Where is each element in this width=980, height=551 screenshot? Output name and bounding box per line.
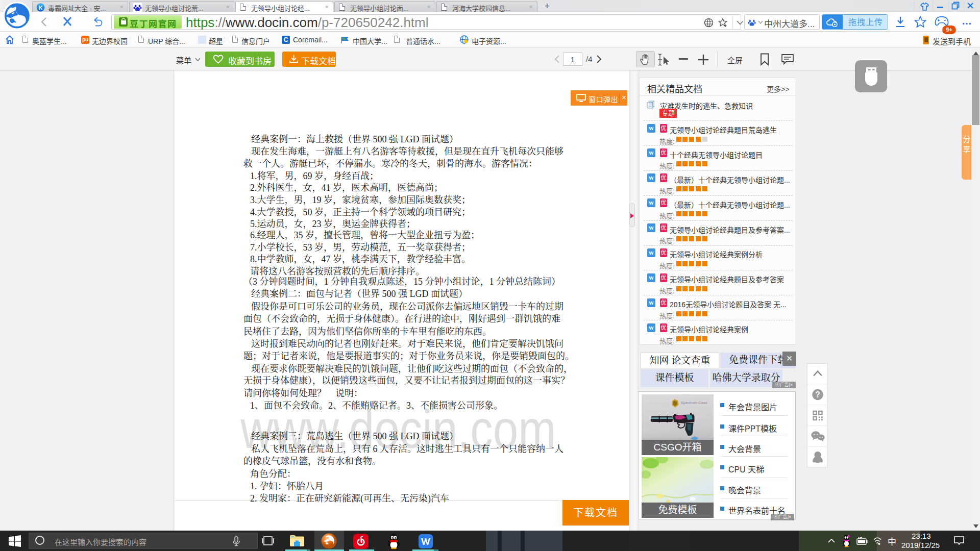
svg-text:Spectrum Case: Spectrum Case xyxy=(681,400,707,405)
svg-text:?: ? xyxy=(815,390,820,399)
svg-text:K: K xyxy=(39,5,43,11)
